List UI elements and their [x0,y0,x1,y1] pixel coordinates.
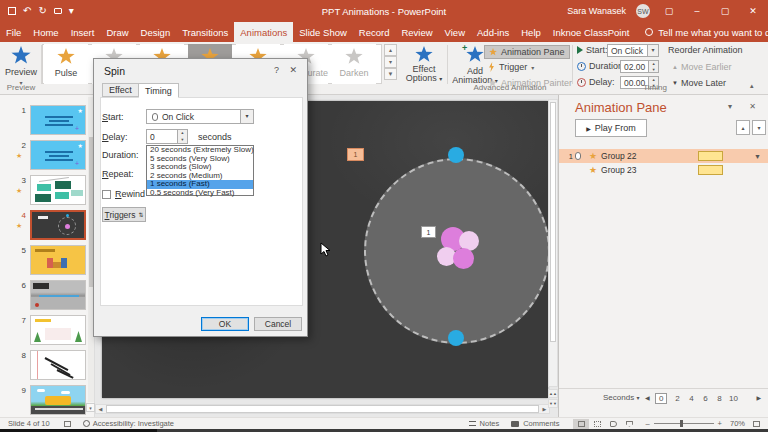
dialog-tab-effect[interactable]: Effect [102,83,139,97]
gallery-item-darken[interactable]: Darken [332,44,376,84]
rewind-checkbox-row[interactable]: Rewind [102,189,145,199]
tab-insert[interactable]: Insert [65,22,101,42]
ok-button[interactable]: OK [201,317,249,331]
notes-toggle[interactable]: Notes [469,419,500,428]
tab-file[interactable]: File [0,22,27,42]
start-combobox[interactable]: On Click▾ [607,44,659,57]
timeline-position-marker[interactable]: 0 [655,393,667,404]
move-earlier-button[interactable]: ▲ Move Earlier [672,62,731,72]
thumbnail-row-4[interactable]: 4 ★ [0,210,95,244]
horizontal-scrollbar[interactable]: ◀ ▶ [95,404,550,414]
minimize-button[interactable]: – [688,6,706,16]
timeline-scroll-left-icon[interactable]: ◀ [645,394,650,401]
slide-3-thumbnail[interactable] [30,175,86,205]
zoom-level[interactable]: 70% [730,419,745,428]
save-icon[interactable] [8,7,16,15]
dialog-help-icon[interactable]: ? [274,65,279,75]
animation-number-badge[interactable]: 1 [421,226,436,238]
avatar[interactable]: SW [636,4,650,18]
pane-move-down-button[interactable]: ▾ [752,120,766,135]
duration-option[interactable]: 0.5 seconds (Very Fast) [147,189,253,198]
nucleus-circle-dark-2[interactable] [453,248,474,269]
zoom-slider[interactable] [654,423,714,424]
customize-qat-icon[interactable]: ▾ [69,6,74,16]
comments-toggle[interactable]: Comments [511,419,559,428]
preview-button[interactable]: Preview ▾ [2,42,40,86]
vertical-scrollbar[interactable] [548,99,558,387]
slideshow-view-button[interactable] [621,419,637,429]
dialog-close-icon[interactable]: ✕ [289,65,297,75]
animation-indicator-star-icon[interactable]: ★ [16,222,22,230]
gallery-scroll-up-icon[interactable]: ▴ [384,44,397,56]
animation-indicator-star-icon[interactable]: ★ [16,152,22,160]
fit-slide-to-window-icon[interactable] [753,421,760,427]
dialog-tab-timing[interactable]: Timing [138,83,179,98]
slide-5-thumbnail[interactable] [30,245,86,275]
scrollbar-thumb[interactable] [106,405,539,413]
reading-view-button[interactable] [605,419,621,429]
tab-help[interactable]: Help [515,22,547,42]
slide-8-thumbnail[interactable] [30,350,86,380]
close-button[interactable]: ✕ [744,6,762,16]
thumbnail-row-9[interactable]: 9 [0,385,95,419]
thumbnail-row-2[interactable]: 2 ★ ★ + [0,140,95,174]
previous-slide-button[interactable]: ▲▲ [548,389,558,398]
timeline-unit-dropdown[interactable]: Seconds ▾ [603,393,639,402]
undo-icon[interactable]: ↶ [23,6,31,16]
zoom-slider-thumb[interactable] [680,420,683,427]
maximize-button[interactable]: ▢ [716,6,734,16]
thumbnail-row-8[interactable]: 8 [0,350,95,384]
tab-slide-show[interactable]: Slide Show [293,22,353,42]
tab-transitions[interactable]: Transitions [176,22,234,42]
animation-number-badge-selected[interactable]: 1 [347,148,364,161]
thumbnail-row-5[interactable]: 5 [0,245,95,279]
electron-dot-top[interactable] [448,147,464,163]
tab-add-ins[interactable]: Add-ins [471,22,515,42]
accessibility-status[interactable]: Accessibility: Investigate [83,419,174,428]
tab-home[interactable]: Home [27,22,64,42]
timeline-bar[interactable] [698,165,723,175]
thumbnail-row-7[interactable]: 7 [0,315,95,349]
play-from-button[interactable]: ▶ Play From [575,119,647,137]
next-slide-button[interactable]: ▼▼ [548,399,558,408]
tab-animations[interactable]: Animations [234,22,293,42]
triggers-button[interactable]: Triggers ⇅ [102,207,146,222]
normal-view-button[interactable] [573,419,589,429]
dialog-start-combobox[interactable]: On Click ▾ [146,109,254,124]
notes-display-icon[interactable] [64,421,71,427]
duration-spinner[interactable]: 02.00 ▴▾ [620,60,659,73]
thumbnail-row-1[interactable]: 1 ★ + [0,105,95,139]
gallery-scroll-down-icon[interactable]: ▾ [384,56,397,68]
scroll-left-icon[interactable]: ◀ [96,406,105,412]
pane-menu-caret-icon[interactable]: ▾ [728,102,732,111]
timeline-bar[interactable] [698,151,723,161]
tab-design[interactable]: Design [135,22,177,42]
item-dropdown-caret-icon[interactable]: ▼ [754,153,761,160]
slide-1-thumbnail[interactable]: ★ + [30,105,86,135]
gallery-more-icon[interactable]: ▼ [384,68,397,80]
slide-9-thumbnail[interactable] [30,385,86,415]
zoom-out-icon[interactable]: – [645,419,649,428]
slide-7-thumbnail[interactable] [30,315,86,345]
electron-dot-bottom[interactable] [448,330,464,346]
slide-counter[interactable]: Slide 4 of 10 [8,419,50,428]
tab-record[interactable]: Record [353,22,396,42]
tab-review[interactable]: Review [395,22,438,42]
animation-item-group-23[interactable]: ★ Group 23 [559,163,768,177]
thumbnail-scroll-down-icon[interactable]: ▾ [86,403,95,412]
slide-sorter-view-button[interactable] [589,419,605,429]
animation-item-group-22[interactable]: 1 ★ Group 22 ▼ [559,149,768,163]
pane-close-icon[interactable]: ✕ [749,102,756,111]
dialog-delay-spinner[interactable]: 0 ▴▾ [146,129,188,144]
tab-inknoe-classpoint[interactable]: Inknoe ClassPoint [547,22,636,42]
redo-icon[interactable]: ↻ [38,6,46,16]
animation-indicator-star-icon[interactable]: ★ [16,187,22,195]
thumbnail-row-3[interactable]: 3 ★ [0,175,95,209]
cancel-button[interactable]: Cancel [254,317,302,331]
zoom-in-icon[interactable]: + [718,419,722,428]
user-name[interactable]: Sara Wanasek [567,6,626,16]
tab-view[interactable]: View [439,22,471,42]
ribbon-display-options-icon[interactable]: ▢ [660,6,678,16]
pane-move-up-button[interactable]: ▴ [736,120,750,135]
scrollbar-thumb[interactable] [550,102,556,342]
